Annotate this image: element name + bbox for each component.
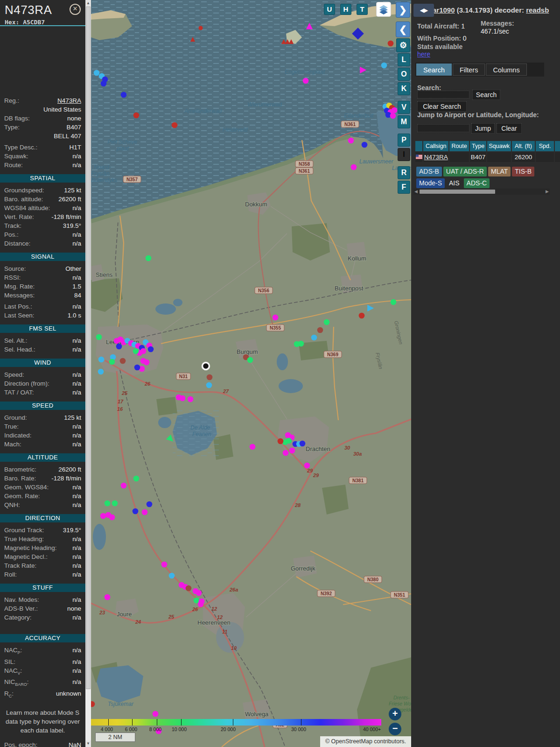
aircraft-table-row[interactable]: N473RAB40726200 xyxy=(415,152,560,162)
map-button-M[interactable]: M xyxy=(398,115,410,128)
map-button-V[interactable]: V xyxy=(398,101,410,114)
badge-ais[interactable]: AIS xyxy=(446,178,462,188)
selected-aircraft-marker[interactable] xyxy=(203,363,210,370)
jump-input[interactable] xyxy=(417,124,469,132)
map-button-H[interactable]: H xyxy=(340,4,351,15)
aircraft-dot[interactable] xyxy=(348,138,354,144)
map-canvas[interactable]: GroningenFryslân EngelsmanplaatWierumerw… xyxy=(91,0,411,747)
close-icon[interactable]: ✕ xyxy=(70,4,81,15)
aircraft-dot[interactable] xyxy=(304,463,310,469)
tab-search[interactable]: Search xyxy=(416,63,452,76)
sidebar-collapse-button[interactable]: ❮ xyxy=(396,21,410,37)
scrollbar-thumb[interactable] xyxy=(86,7,91,689)
aircraft-dot[interactable] xyxy=(96,334,102,340)
aircraft-dot[interactable] xyxy=(94,70,100,76)
aircraft-dot[interactable] xyxy=(101,81,107,87)
map-button-P[interactable]: P xyxy=(398,134,410,147)
aircraft-dot[interactable] xyxy=(198,601,204,607)
aircraft-dot[interactable] xyxy=(391,299,397,305)
column-header-type[interactable]: Type xyxy=(470,141,487,151)
aircraft-dot[interactable] xyxy=(98,369,104,375)
aircraft-dot[interactable] xyxy=(112,500,118,507)
map-button-R[interactable]: R xyxy=(398,166,410,179)
settings-gear-button[interactable]: ⚙ xyxy=(396,38,410,52)
aircraft-dot[interactable] xyxy=(362,142,368,148)
aircraft-dot[interactable] xyxy=(300,441,306,447)
aircraft-dot[interactable] xyxy=(172,122,178,128)
aircraft-dot[interactable] xyxy=(250,444,256,450)
aircraft-dot[interactable] xyxy=(188,396,194,402)
aircraft-dot[interactable] xyxy=(351,164,357,170)
search-button[interactable]: Search xyxy=(472,90,500,100)
badge-ads-c[interactable]: ADS-C xyxy=(464,178,490,188)
aircraft-dot[interactable] xyxy=(207,374,213,381)
aircraft-dot[interactable] xyxy=(169,573,175,579)
aircraft-dot[interactable] xyxy=(133,348,139,354)
column-header-squawk[interactable]: Squawk xyxy=(487,141,511,151)
aircraft-dot[interactable] xyxy=(133,476,140,482)
aircraft-dot[interactable] xyxy=(273,315,279,321)
aircraft-dot[interactable] xyxy=(289,448,295,454)
map[interactable]: GroningenFryslân EngelsmanplaatWierumerw… xyxy=(91,0,411,747)
aircraft-dot[interactable] xyxy=(278,438,284,444)
badge-tis-b[interactable]: TIS-B xyxy=(512,167,534,176)
aircraft-dot[interactable] xyxy=(359,313,365,319)
aircraft-dot[interactable] xyxy=(324,319,330,325)
aircraft-dot[interactable] xyxy=(98,357,105,363)
aircraft-dot[interactable] xyxy=(109,514,115,521)
aircraft-dot[interactable] xyxy=(311,335,317,341)
aircraft-dot[interactable] xyxy=(147,501,153,507)
aircraft-dot[interactable] xyxy=(186,585,192,592)
aircraft-dot[interactable] xyxy=(392,107,398,113)
aircraft-dot[interactable] xyxy=(390,113,396,119)
map-button-I[interactable]: I xyxy=(398,148,410,161)
map-button-K[interactable]: K xyxy=(398,82,410,95)
aircraft-dot[interactable] xyxy=(120,358,126,364)
aircraft-dot[interactable] xyxy=(317,327,323,333)
aircraft-dot[interactable] xyxy=(144,359,150,366)
map-button-F[interactable]: F xyxy=(398,181,410,194)
map-button-T[interactable]: T xyxy=(357,4,368,15)
layers-button[interactable] xyxy=(376,2,391,17)
column-header-spd[interactable]: Spd. xyxy=(536,141,554,151)
badge-uat-ads-r[interactable]: UAT / ADS-R xyxy=(443,167,487,176)
zoom-out-button[interactable]: − xyxy=(389,723,401,735)
zoom-in-button[interactable]: + xyxy=(389,708,401,720)
aircraft-dot[interactable] xyxy=(100,513,106,519)
aircraft-dot[interactable] xyxy=(286,438,292,444)
hscroll-thumb[interactable] xyxy=(420,190,495,194)
aircraft-dot[interactable] xyxy=(134,365,140,371)
scroll-left-icon[interactable]: ◀ xyxy=(414,189,418,194)
aircraft-dot[interactable] xyxy=(121,92,127,98)
aircraft-dot[interactable] xyxy=(283,450,289,456)
jump-clear-button[interactable]: Clear xyxy=(497,123,522,134)
search-input[interactable] xyxy=(417,91,469,99)
aircraft-dot[interactable] xyxy=(142,509,148,515)
clear-search-button[interactable]: Clear Search xyxy=(417,101,467,112)
altitude-legend-bar[interactable] xyxy=(91,719,381,726)
tab-columns[interactable]: Columns xyxy=(486,63,526,76)
aircraft-dot[interactable] xyxy=(153,711,159,717)
aircraft-dot[interactable] xyxy=(161,562,168,568)
tab-filters[interactable]: Filters xyxy=(453,63,485,76)
sidebar-expand-button[interactable]: ❯ xyxy=(396,2,410,18)
column-header[interactable] xyxy=(555,141,560,151)
table-horizontal-scrollbar[interactable]: ◀ ▶ xyxy=(413,189,550,195)
map-button-U[interactable]: U xyxy=(324,4,335,15)
column-header-altft[interactable]: Alt. (ft) xyxy=(512,141,535,151)
aircraft-dot[interactable] xyxy=(148,346,154,352)
aircraft-table-header[interactable]: CallsignRouteTypeSquawkAlt. (ft)Spd. xyxy=(415,141,560,151)
aircraft-dot[interactable] xyxy=(206,382,212,388)
scroll-down-icon[interactable]: ▼ xyxy=(85,740,91,747)
jump-button[interactable]: Jump xyxy=(471,123,495,134)
panel-width-toggle-button[interactable]: ◀▶ xyxy=(413,4,434,17)
aircraft-dot[interactable] xyxy=(116,344,122,350)
aircraft-dot[interactable] xyxy=(199,26,203,30)
map-button-L[interactable]: L xyxy=(398,53,410,66)
scroll-up-icon[interactable]: ▲ xyxy=(85,0,91,7)
aircraft-dot[interactable] xyxy=(388,41,394,47)
aircraft-dot[interactable] xyxy=(109,359,115,365)
left-panel-scrollbar[interactable]: ▲ ▼ xyxy=(85,0,91,747)
decoder-link[interactable]: readsb xyxy=(526,6,549,14)
aircraft-dot[interactable] xyxy=(146,255,152,261)
